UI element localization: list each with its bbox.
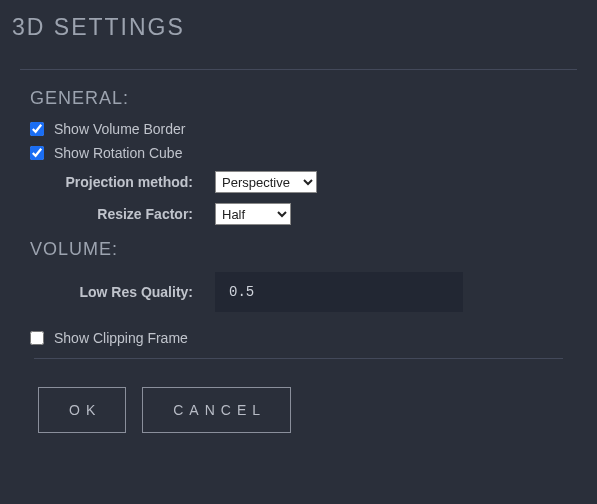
label-low-res-quality: Low Res Quality: [30, 284, 215, 300]
divider-top [20, 69, 577, 70]
select-projection-method[interactable]: PerspectiveOrthographic [215, 171, 317, 193]
cancel-button[interactable]: CANCEL [142, 387, 291, 433]
checkbox-show-clipping-frame[interactable] [30, 331, 44, 345]
row-resize-factor: Resize Factor: FullHalfQuarter [30, 203, 567, 225]
label-resize-factor: Resize Factor: [30, 206, 215, 222]
row-show-clipping-frame: Show Clipping Frame [30, 330, 567, 346]
row-show-volume-border: Show Volume Border [30, 121, 567, 137]
row-show-rotation-cube: Show Rotation Cube [30, 145, 567, 161]
settings-panel: 3D SETTINGS GENERAL: Show Volume Border … [0, 0, 597, 453]
input-low-res-quality[interactable] [215, 272, 463, 312]
section-general-heading: GENERAL: [30, 88, 567, 109]
button-bar: OK CANCEL [12, 387, 585, 433]
checkbox-show-rotation-cube[interactable] [30, 146, 44, 160]
label-projection-method: Projection method: [30, 174, 215, 190]
divider-bottom [34, 358, 563, 359]
label-show-volume-border: Show Volume Border [54, 121, 186, 137]
checkbox-show-volume-border[interactable] [30, 122, 44, 136]
page-title: 3D SETTINGS [12, 14, 585, 41]
label-show-rotation-cube: Show Rotation Cube [54, 145, 182, 161]
select-resize-factor[interactable]: FullHalfQuarter [215, 203, 291, 225]
content: GENERAL: Show Volume Border Show Rotatio… [12, 88, 585, 359]
section-volume-heading: VOLUME: [30, 239, 567, 260]
ok-button[interactable]: OK [38, 387, 126, 433]
label-show-clipping-frame: Show Clipping Frame [54, 330, 188, 346]
row-low-res-quality: Low Res Quality: [30, 272, 567, 312]
row-projection-method: Projection method: PerspectiveOrthograph… [30, 171, 567, 193]
